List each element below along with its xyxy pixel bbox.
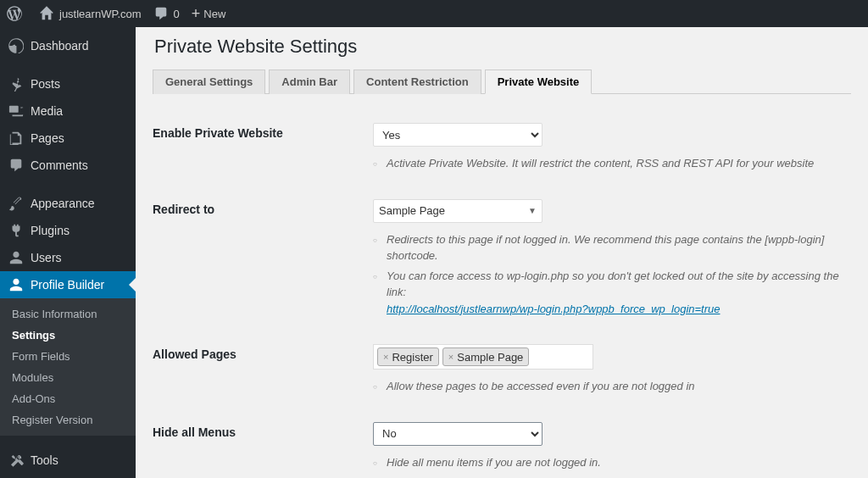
site-name: justlearnWP.com bbox=[59, 8, 142, 20]
close-icon[interactable]: × bbox=[448, 352, 453, 362]
comments-link[interactable]: 0 bbox=[153, 6, 180, 21]
sidebar-item-users[interactable]: Users bbox=[0, 244, 136, 271]
comments-icon bbox=[8, 158, 24, 173]
wp-logo-button[interactable] bbox=[7, 6, 27, 21]
profile-builder-icon bbox=[8, 277, 24, 292]
allowed-pages-desc: Allow these pages to be accessed even if… bbox=[373, 378, 843, 395]
tab-content-restriction[interactable]: Content Restriction bbox=[353, 69, 481, 94]
settings-tabs: General Settings Admin Bar Content Restr… bbox=[153, 69, 851, 94]
new-content-link[interactable]: + New bbox=[192, 6, 226, 21]
hide-menus-desc1: Hide all menu items if you are not logge… bbox=[373, 454, 843, 471]
hide-menus-select[interactable]: No bbox=[373, 422, 542, 446]
sidebar-item-label: Posts bbox=[31, 77, 60, 91]
profile-builder-submenu: Basic Information Settings Form Fields M… bbox=[0, 298, 136, 436]
sidebar-item-plugins[interactable]: Plugins bbox=[0, 217, 136, 244]
sidebar-item-profile-builder[interactable]: Profile Builder bbox=[0, 271, 136, 298]
comments-count: 0 bbox=[174, 8, 180, 20]
sidebar-item-label: Pages bbox=[31, 131, 64, 145]
new-label: New bbox=[203, 8, 225, 20]
sidebar-item-label: Comments bbox=[31, 158, 88, 172]
chevron-down-icon: ▼ bbox=[528, 206, 537, 215]
sidebar-item-label: Media bbox=[31, 104, 63, 118]
form-table: Enable Private Website Yes Activate Priv… bbox=[153, 111, 851, 478]
allowed-pages-label: Allowed Pages bbox=[153, 332, 373, 410]
submenu-settings[interactable]: Settings bbox=[0, 325, 136, 346]
force-login-link[interactable]: http://localhost/justlearnwp/wp-login.ph… bbox=[387, 303, 721, 315]
hide-menus-desc2: We recommend "Custom Profile Menus" addo… bbox=[373, 474, 843, 478]
tab-general-settings[interactable]: General Settings bbox=[153, 69, 265, 94]
tab-admin-bar[interactable]: Admin Bar bbox=[269, 69, 350, 94]
sidebar-item-dashboard[interactable]: Dashboard bbox=[0, 32, 136, 59]
media-icon bbox=[8, 103, 24, 119]
redirect-to-desc2: You can force access to wp-login.php so … bbox=[373, 268, 843, 318]
page-title: Private Website Settings bbox=[154, 36, 851, 58]
main-content: Private Website Settings General Setting… bbox=[136, 27, 868, 478]
sidebar-item-comments[interactable]: Comments bbox=[0, 152, 136, 179]
redirect-to-select[interactable]: Sample Page ▼ bbox=[373, 199, 542, 223]
sidebar-item-label: Users bbox=[31, 251, 62, 264]
enable-private-label: Enable Private Website bbox=[153, 111, 373, 187]
plugins-icon bbox=[8, 223, 24, 238]
tab-private-website[interactable]: Private Website bbox=[485, 69, 593, 94]
sidebar-item-posts[interactable]: Posts bbox=[0, 70, 136, 97]
brush-icon bbox=[8, 196, 24, 211]
enable-private-select[interactable]: Yes bbox=[373, 123, 542, 147]
close-icon[interactable]: × bbox=[383, 352, 388, 362]
sidebar-item-appearance[interactable]: Appearance bbox=[0, 190, 136, 217]
redirect-to-value: Sample Page bbox=[379, 204, 445, 217]
submenu-register-version[interactable]: Register Version bbox=[0, 409, 136, 431]
comment-icon bbox=[153, 6, 169, 21]
submenu-basic-information[interactable]: Basic Information bbox=[0, 303, 136, 325]
dashboard-icon bbox=[8, 38, 24, 53]
pages-icon bbox=[8, 131, 24, 146]
sidebar-item-label: Tools bbox=[31, 453, 58, 467]
submenu-form-fields[interactable]: Form Fields bbox=[0, 346, 136, 367]
submenu-modules[interactable]: Modules bbox=[0, 367, 136, 388]
sidebar-item-label: Appearance bbox=[31, 197, 95, 210]
tools-icon bbox=[8, 453, 24, 468]
sidebar-item-label: Profile Builder bbox=[31, 278, 104, 292]
redirect-to-label: Redirect to bbox=[153, 187, 373, 333]
sidebar-item-label: Plugins bbox=[31, 224, 70, 237]
sidebar-item-pages[interactable]: Pages bbox=[0, 125, 136, 152]
plus-icon: + bbox=[192, 6, 201, 21]
pin-icon bbox=[8, 76, 24, 92]
allowed-pages-input[interactable]: ×Register ×Sample Page bbox=[373, 344, 593, 370]
admin-bar: justlearnWP.com 0 + New bbox=[0, 0, 868, 27]
sidebar-item-label: Dashboard bbox=[31, 39, 89, 53]
submenu-add-ons[interactable]: Add-Ons bbox=[0, 388, 136, 409]
token-sample-page[interactable]: ×Sample Page bbox=[442, 347, 530, 366]
site-name-link[interactable]: justlearnWP.com bbox=[39, 6, 142, 21]
sidebar-item-media[interactable]: Media bbox=[0, 97, 136, 125]
users-icon bbox=[8, 250, 24, 265]
admin-sidebar: Dashboard Posts Media Pages Comments App… bbox=[0, 27, 136, 478]
home-icon bbox=[39, 6, 54, 21]
redirect-to-desc1: Redirects to this page if not logged in.… bbox=[373, 231, 843, 264]
enable-private-desc: Activate Private Website. It will restri… bbox=[373, 155, 843, 172]
token-register[interactable]: ×Register bbox=[377, 347, 439, 366]
sidebar-item-tools[interactable]: Tools bbox=[0, 447, 136, 474]
hide-menus-label: Hide all Menus bbox=[153, 410, 373, 479]
sidebar-item-settings[interactable]: Settings bbox=[0, 474, 136, 478]
